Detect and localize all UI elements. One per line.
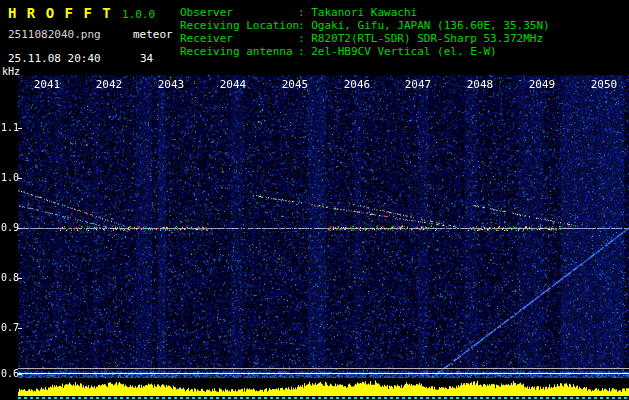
info-label: Receiving antenna [180,45,298,58]
time-tick-label: 2047 [401,78,435,91]
spectrogram-canvas [18,75,629,378]
freq-tick-label: 0.6 [1,368,17,379]
app-title: H R O F F T [8,5,112,21]
freq-tick-label: 1.0 [1,172,17,183]
info-value: : 2el-HB9CV Vertical (el. E-W) [298,45,497,58]
time-tick-label: 2042 [92,78,126,91]
signal-level-canvas [18,378,629,400]
freq-tick-label: 0.8 [1,272,17,283]
timestamp: 25.11.08 20:40 [8,52,101,65]
freq-tick-label: 0.9 [1,222,17,233]
info-label: Receiving Location [180,19,298,32]
info-row: Observer : Takanori Kawachi [180,6,550,19]
time-tick-label: 2049 [525,78,559,91]
meteor-count: 34 [140,52,153,65]
info-value: : Ogaki, Gifu, JAPAN (136.60E, 35.35N) [298,19,550,32]
freq-tick-label: 0.7 [1,322,17,333]
time-tick-label: 2041 [30,78,64,91]
time-tick-label: 2050 [587,78,621,91]
time-tick-label: 2044 [216,78,250,91]
time-tick-label: 2046 [340,78,374,91]
info-value: : R820T2(RTL-SDR) SDR-Sharp 53.372MHz [298,32,543,45]
info-value: : Takanori Kawachi [298,6,417,19]
time-axis: 2041204220432044204520462047204820492050 [18,78,629,92]
info-row: Receiving Location : Ogaki, Gifu, JAPAN … [180,19,550,32]
info-label: Observer [180,6,298,19]
info-row: Receiving antenna : 2el-HB9CV Vertical (… [180,45,550,58]
time-tick-label: 2045 [278,78,312,91]
hrofft-window: H R O F F T 1.0.0 2511082040.png meteor … [0,0,629,400]
info-label: Receiver [180,32,298,45]
app-version: 1.0.0 [122,8,155,21]
mode-label: meteor [133,28,173,41]
time-tick-label: 2048 [463,78,497,91]
output-filename: 2511082040.png [8,28,101,41]
time-tick-label: 2043 [154,78,188,91]
info-row: Receiver : R820T2(RTL-SDR) SDR-Sharp 53.… [180,32,550,45]
freq-tick-label: 1.1 [1,122,17,133]
receiver-info: Observer : Takanori Kawachi Receiving Lo… [180,6,550,58]
